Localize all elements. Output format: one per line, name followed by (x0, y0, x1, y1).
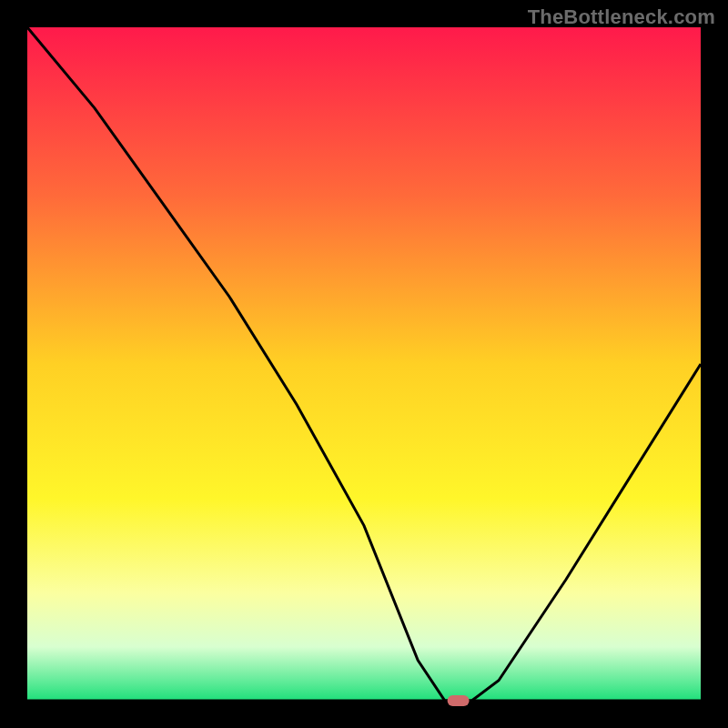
watermark-text: TheBottleneck.com (528, 5, 715, 29)
gradient-background (27, 27, 701, 701)
optimal-marker (448, 695, 470, 706)
bottleneck-chart (0, 0, 728, 728)
chart-container: TheBottleneck.com (0, 0, 728, 728)
